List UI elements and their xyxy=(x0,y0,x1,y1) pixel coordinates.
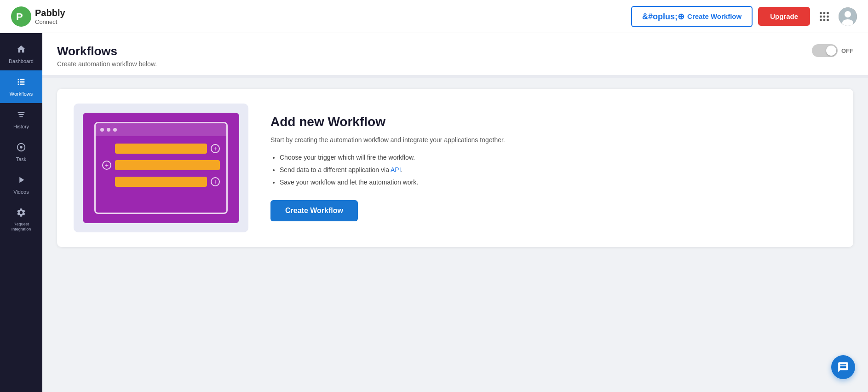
bullet-3-text: Save your workflow and let the automatio… xyxy=(280,179,418,186)
page-subtitle: Create automation workflow below. xyxy=(57,60,157,68)
svg-rect-6 xyxy=(823,15,825,17)
svg-rect-3 xyxy=(823,12,825,14)
grid-menu-button[interactable] xyxy=(816,8,833,25)
pabbly-logo-icon: P xyxy=(11,6,31,27)
main-content: Workflows Create automation workflow bel… xyxy=(42,33,868,392)
sidebar-item-history[interactable]: History xyxy=(0,103,42,136)
svg-rect-7 xyxy=(827,15,828,17)
header-create-workflow-button[interactable]: &#oplus;⊕ Create Workflow xyxy=(631,6,753,27)
illustration-purple-bg: + + + xyxy=(83,113,239,223)
sidebar-label-dashboard: Dashboard xyxy=(9,58,34,64)
bullet-2-text: Send data to a different application via… xyxy=(280,166,403,173)
browser-dot-2 xyxy=(107,128,110,132)
create-workflow-label: Create Workflow xyxy=(687,12,742,20)
plus-circle-2: + xyxy=(102,161,111,170)
svg-text:P: P xyxy=(16,11,23,23)
workflow-bar-2 xyxy=(115,160,220,170)
workflow-bar-1 xyxy=(115,144,207,154)
sidebar-item-workflows[interactable]: Workflows xyxy=(0,70,42,103)
workflow-bar-3 xyxy=(115,177,207,187)
workflow-row-2: + xyxy=(102,160,220,170)
home-icon xyxy=(16,44,26,56)
sidebar-label-request-integration: RequestIntegration xyxy=(11,222,31,232)
upgrade-label: Upgrade xyxy=(770,12,798,20)
logo-sub: Connect xyxy=(35,18,65,26)
svg-rect-8 xyxy=(820,19,822,21)
grid-icon xyxy=(818,11,830,23)
svg-rect-10 xyxy=(827,19,828,21)
sidebar: Dashboard Workflows History Task Videos xyxy=(0,33,42,392)
toggle-knob xyxy=(826,46,836,56)
workflow-toggle[interactable] xyxy=(812,44,838,57)
bullet-2: Send data to a different application via… xyxy=(280,165,837,175)
page-title: Workflows xyxy=(57,44,157,58)
card-description: Start by creating the automation workflo… xyxy=(270,135,837,145)
body-layout: Dashboard Workflows History Task Videos xyxy=(0,33,868,392)
plus-circle-1: + xyxy=(211,144,220,153)
sidebar-label-task: Task xyxy=(16,156,27,162)
svg-rect-2 xyxy=(820,12,822,14)
card-create-workflow-label: Create Workflow xyxy=(285,207,343,214)
avatar-image xyxy=(839,7,857,26)
card-create-workflow-button[interactable]: Create Workflow xyxy=(270,200,358,221)
sidebar-label-workflows: Workflows xyxy=(10,91,33,97)
svg-point-12 xyxy=(845,11,851,17)
logo-brand: Pabbly xyxy=(35,7,65,18)
upgrade-button[interactable]: Upgrade xyxy=(758,7,810,26)
sidebar-item-task[interactable]: Task xyxy=(0,136,42,168)
plus-icon: &#oplus;⊕ xyxy=(642,12,684,22)
toggle-label: OFF xyxy=(841,47,853,54)
api-link: API xyxy=(391,166,401,173)
workflow-card: + + + xyxy=(57,89,853,247)
workflow-row-1: + xyxy=(102,144,220,154)
browser-dot-1 xyxy=(100,128,104,132)
toggle-container: OFF xyxy=(812,44,853,57)
svg-point-15 xyxy=(20,146,23,149)
bullet-3: Save your workflow and let the automatio… xyxy=(280,178,837,187)
browser-dot-3 xyxy=(113,128,117,132)
card-area: + + + xyxy=(42,78,868,258)
sidebar-item-dashboard[interactable]: Dashboard xyxy=(0,38,42,70)
page-header: Workflows Create automation workflow bel… xyxy=(42,33,868,75)
bullet-1: Choose your trigger which will fire the … xyxy=(280,153,837,162)
sidebar-label-videos: Videos xyxy=(13,189,29,195)
browser-titlebar xyxy=(96,123,226,136)
request-integration-icon xyxy=(16,208,26,219)
browser-window-illustration: + + + xyxy=(94,122,228,214)
card-illustration: + + + xyxy=(74,104,248,232)
sidebar-label-history: History xyxy=(13,124,29,129)
bullet-1-text: Choose your trigger which will fire the … xyxy=(280,154,415,161)
header-actions: &#oplus;⊕ Create Workflow Upgrade xyxy=(631,6,857,27)
card-bullets: Choose your trigger which will fire the … xyxy=(270,153,837,187)
history-icon xyxy=(16,110,26,121)
task-icon xyxy=(16,142,26,154)
app-header: P Pabbly Connect &#oplus;⊕ Create Workfl… xyxy=(0,0,868,33)
svg-rect-4 xyxy=(827,12,828,14)
card-text: Add new Workflow Start by creating the a… xyxy=(270,115,837,221)
logo: P Pabbly Connect xyxy=(11,6,65,27)
chat-bubble-button[interactable] xyxy=(831,355,855,379)
sidebar-item-videos[interactable]: Videos xyxy=(0,168,42,201)
browser-body: + + + xyxy=(96,136,226,194)
logo-text: Pabbly Connect xyxy=(35,7,65,26)
workflows-icon xyxy=(16,77,26,88)
svg-rect-5 xyxy=(820,15,822,17)
videos-icon xyxy=(16,175,26,186)
card-heading: Add new Workflow xyxy=(270,115,837,129)
page-header-text: Workflows Create automation workflow bel… xyxy=(57,44,157,68)
svg-rect-9 xyxy=(823,19,825,21)
sidebar-item-request-integration[interactable]: RequestIntegration xyxy=(0,201,42,238)
workflow-row-3: + xyxy=(102,177,220,187)
plus-circle-3: + xyxy=(211,177,220,186)
avatar[interactable] xyxy=(839,7,857,26)
chat-icon xyxy=(837,361,849,373)
